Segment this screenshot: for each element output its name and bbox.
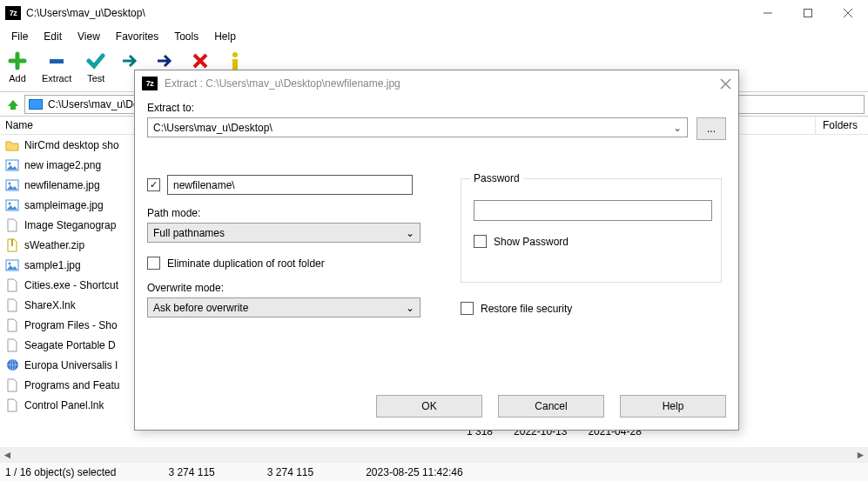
- chevron-down-icon: ⌄: [406, 302, 414, 314]
- menu-edit[interactable]: Edit: [36, 28, 70, 45]
- file-name: Europa Universalis I: [24, 359, 118, 371]
- ok-button[interactable]: OK: [376, 395, 482, 418]
- file-icon: [5, 298, 19, 312]
- menu-file[interactable]: File: [3, 28, 36, 45]
- browse-button[interactable]: ...: [696, 117, 726, 140]
- overwrite-value: Ask before overwrite: [153, 302, 248, 314]
- add-button[interactable]: Add: [3, 49, 31, 85]
- path-mode-label: Path mode:: [147, 207, 426, 219]
- plus-icon: [7, 50, 28, 71]
- globe-icon: [5, 358, 19, 372]
- horizontal-scrollbar[interactable]: ◄ ►: [0, 447, 868, 462]
- password-group: Password Show Password: [461, 178, 722, 283]
- file-name: sampleimage.jpg: [24, 199, 104, 211]
- app-icon: 7z: [5, 6, 21, 20]
- help-button[interactable]: Help: [620, 395, 726, 418]
- cancel-label: Cancel: [535, 400, 567, 412]
- file-name: Control Panel.lnk: [24, 399, 104, 411]
- password-legend: Password: [470, 172, 523, 184]
- status-size2: 3 274 115: [267, 466, 313, 478]
- status-timestamp: 2023-08-25 11:42:46: [366, 466, 462, 478]
- file-icon: [5, 378, 19, 392]
- svg-point-12: [9, 202, 11, 204]
- test-label: Test: [87, 73, 104, 84]
- svg-point-8: [9, 162, 11, 164]
- help-label: Help: [663, 400, 684, 412]
- extract-to-label: Extract to:: [147, 102, 726, 114]
- svg-rect-13: [11, 239, 13, 246]
- minus-icon: [46, 50, 67, 71]
- dialog-close-button[interactable]: [720, 78, 731, 90]
- restore-security-label: Restore file security: [481, 303, 572, 315]
- chevron-down-icon: ⌄: [673, 122, 682, 134]
- extract-to-value: C:\Users\mav_u\Desktop\: [153, 122, 273, 134]
- show-password-label: Show Password: [494, 236, 569, 248]
- image-icon: [5, 158, 19, 172]
- show-password-checkbox[interactable]: [474, 235, 487, 248]
- statusbar: 1 / 16 object(s) selected 3 274 115 3 27…: [0, 462, 868, 481]
- minimize-button[interactable]: [748, 0, 788, 26]
- menu-tools[interactable]: Tools: [166, 28, 206, 45]
- file-name: NirCmd desktop sho: [24, 139, 119, 151]
- file-icon: [5, 318, 19, 332]
- svg-rect-1: [804, 10, 812, 17]
- file-name: Program Files - Sho: [24, 319, 118, 331]
- dialog-title: Extract : C:\Users\mav_u\Desktop\newfile…: [165, 77, 400, 90]
- extract-button[interactable]: Extract: [38, 49, 75, 85]
- dialog-titlebar[interactable]: 7z Extract : C:\Users\mav_u\Desktop\newf…: [135, 70, 738, 97]
- svg-point-5: [232, 52, 238, 57]
- file-name: Programs and Featu: [24, 379, 119, 391]
- subfolder-input[interactable]: newfilename\: [167, 175, 413, 195]
- extract-to-combo[interactable]: C:\Users\mav_u\Desktop\ ⌄: [147, 117, 688, 137]
- x-icon: [190, 50, 211, 71]
- file-icon: [5, 398, 19, 412]
- scroll-left-icon[interactable]: ◄: [0, 447, 15, 462]
- image-icon: [5, 258, 19, 272]
- svg-point-15: [9, 262, 11, 264]
- close-button[interactable]: [828, 0, 868, 26]
- overwrite-mode-select[interactable]: Ask before overwrite ⌄: [147, 297, 421, 317]
- computer-icon: [29, 99, 43, 110]
- subfolder-checkbox[interactable]: [147, 178, 160, 191]
- file-icon: [5, 278, 19, 292]
- scroll-right-icon[interactable]: ►: [853, 447, 868, 462]
- menu-help[interactable]: Help: [206, 28, 244, 45]
- zip-icon: [5, 238, 19, 252]
- path-mode-value: Full pathnames: [153, 227, 225, 239]
- cancel-button[interactable]: Cancel: [498, 395, 604, 418]
- dialog-app-icon: 7z: [142, 77, 158, 90]
- test-button[interactable]: Test: [82, 49, 110, 85]
- chevron-down-icon: ⌄: [406, 227, 414, 239]
- eliminate-duplication-checkbox[interactable]: [147, 257, 160, 270]
- svg-point-10: [9, 182, 11, 184]
- file-name: sample1.jpg: [24, 259, 81, 271]
- maximize-button[interactable]: [788, 0, 828, 26]
- menubar: File Edit View Favorites Tools Help: [0, 26, 868, 47]
- check-icon: [85, 50, 106, 71]
- overwrite-mode-label: Overwrite mode:: [147, 282, 426, 294]
- path-mode-select[interactable]: Full pathnames ⌄: [147, 223, 421, 243]
- window-title: C:\Users\mav_u\Desktop\: [26, 7, 145, 19]
- file-name: new image2.png: [24, 159, 101, 171]
- file-name: Cities.exe - Shortcut: [24, 279, 118, 291]
- column-folders[interactable]: Folders: [815, 117, 868, 134]
- arrow-right-icon: [120, 50, 141, 71]
- file-icon: [5, 338, 19, 352]
- folder-icon: [5, 138, 19, 152]
- add-label: Add: [9, 73, 26, 84]
- menu-view[interactable]: View: [70, 28, 108, 45]
- svg-rect-4: [50, 59, 64, 63]
- up-folder-button[interactable]: [3, 95, 23, 114]
- info-icon: [225, 50, 246, 71]
- ok-label: OK: [421, 400, 436, 412]
- file-name: ShareX.lnk: [24, 299, 76, 311]
- arrow-right-dark-icon: [155, 50, 176, 71]
- menu-favorites[interactable]: Favorites: [108, 28, 166, 45]
- status-size1: 3 274 115: [168, 466, 214, 478]
- browse-dots: ...: [707, 123, 716, 135]
- password-input[interactable]: [474, 200, 712, 221]
- file-name: newfilename.jpg: [24, 179, 100, 191]
- status-selection: 1 / 16 object(s) selected: [5, 466, 116, 478]
- file-name: sWeather.zip: [24, 239, 84, 251]
- restore-security-checkbox[interactable]: [461, 302, 474, 315]
